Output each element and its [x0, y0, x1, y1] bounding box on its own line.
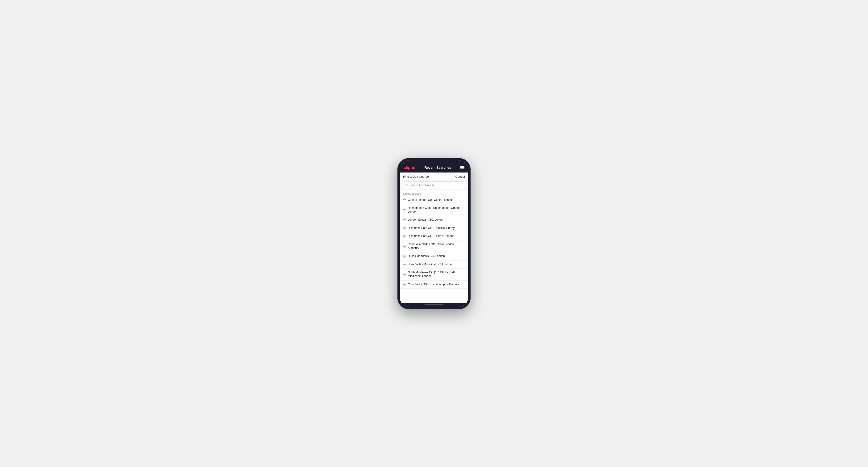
- location-pin-icon: [403, 219, 406, 221]
- search-input-wrapper: [403, 182, 465, 189]
- course-name: Roehampton Club - Roehampton, Greater Lo…: [408, 206, 465, 214]
- search-icon: [405, 183, 408, 187]
- course-item[interactable]: Richmond Park GC - Prince's, Surrey: [400, 224, 468, 232]
- svg-point-10: [404, 274, 405, 275]
- course-item[interactable]: Coombe Hill GC, Kingston upon Thames: [400, 281, 468, 289]
- courses-section: Nearby courses Central London Golf Centr…: [400, 190, 468, 303]
- phone-screen: clippd Recent Searches Find a Golf Cours…: [400, 160, 468, 307]
- course-name: North Middlesex GC (1011942 - North Midd…: [408, 271, 465, 278]
- find-label: Find a Golf Course: [403, 175, 429, 178]
- course-name: Central London Golf Centre, London: [408, 198, 453, 202]
- location-pin-icon: [403, 273, 406, 276]
- svg-point-7: [404, 246, 405, 246]
- location-pin-icon: [403, 227, 406, 229]
- status-bar: [400, 160, 468, 163]
- course-name: Coombe Hill GC, Kingston upon Thames: [408, 283, 459, 286]
- location-pin-icon: [403, 255, 406, 258]
- course-item[interactable]: Roehampton Club - Roehampton, Greater Lo…: [400, 204, 468, 216]
- search-input[interactable]: [409, 184, 463, 187]
- svg-line-1: [407, 185, 408, 186]
- svg-point-11: [404, 284, 405, 285]
- app-logo: clippd: [404, 165, 415, 170]
- svg-point-2: [404, 199, 405, 200]
- course-name: Richmond Park GC - Prince's, Surrey: [408, 226, 455, 230]
- svg-point-5: [404, 227, 405, 228]
- app-title: Recent Searches: [425, 166, 451, 169]
- course-item[interactable]: Brent Valley Municipal GC, London: [400, 260, 468, 269]
- location-pin-icon: [403, 198, 406, 201]
- svg-point-4: [404, 219, 405, 220]
- course-name: Royal Wimbledon GC, Great London Authori…: [408, 243, 465, 250]
- svg-point-6: [404, 236, 405, 237]
- nearby-label: Nearby courses: [400, 190, 468, 196]
- courses-list: Central London Golf Centre, LondonRoeham…: [400, 196, 468, 289]
- home-indicator: [400, 303, 468, 307]
- svg-point-3: [404, 209, 405, 210]
- search-header: Find a Golf Course Cancel: [400, 173, 468, 180]
- search-bar-container: [400, 180, 468, 190]
- location-pin-icon: [403, 235, 406, 238]
- course-item[interactable]: Central London Golf Centre, London: [400, 196, 468, 205]
- course-item[interactable]: Dukes Meadows GC, London: [400, 252, 468, 260]
- course-name: London Scottish GC, London: [408, 218, 444, 222]
- home-bar: [425, 304, 443, 305]
- cancel-button[interactable]: Cancel: [456, 175, 465, 178]
- svg-point-9: [404, 264, 405, 264]
- menu-button[interactable]: [460, 166, 464, 169]
- location-pin-icon: [403, 283, 406, 286]
- course-name: Richmond Park GC - Duke's, London: [408, 234, 454, 238]
- course-item[interactable]: North Middlesex GC (1011942 - North Midd…: [400, 269, 468, 280]
- course-name: Brent Valley Municipal GC, London: [408, 262, 452, 267]
- location-pin-icon: [403, 209, 406, 212]
- phone-frame: clippd Recent Searches Find a Golf Cours…: [397, 158, 471, 309]
- svg-point-8: [404, 256, 405, 256]
- app-header: clippd Recent Searches: [400, 163, 468, 173]
- course-item[interactable]: Richmond Park GC - Duke's, London: [400, 232, 468, 241]
- course-name: Dukes Meadows GC, London: [408, 254, 445, 258]
- location-pin-icon: [403, 263, 406, 266]
- location-pin-icon: [403, 245, 406, 248]
- course-item[interactable]: London Scottish GC, London: [400, 216, 468, 224]
- course-item[interactable]: Royal Wimbledon GC, Great London Authori…: [400, 241, 468, 252]
